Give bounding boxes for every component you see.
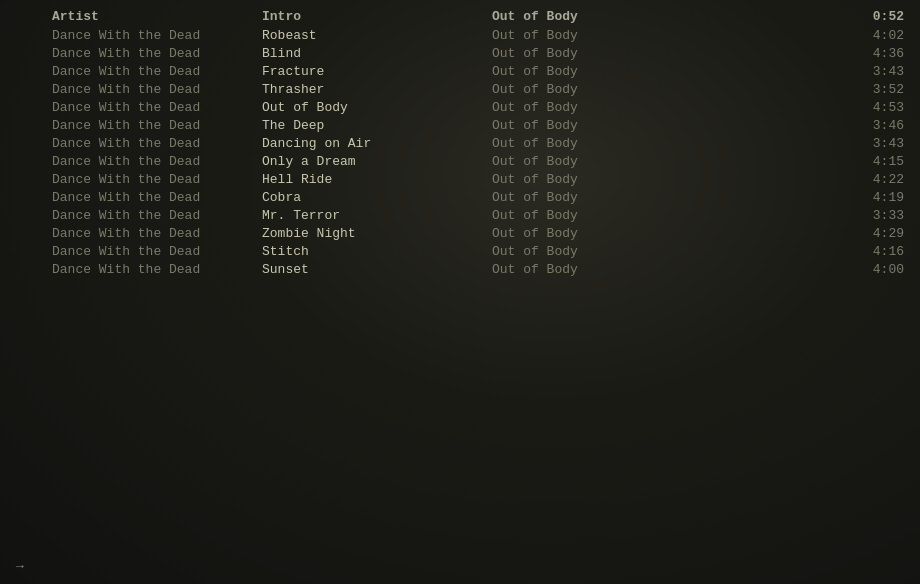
track-duration: 3:43 bbox=[844, 136, 904, 151]
track-list: Artist Intro Out of Body 0:52 Dance With… bbox=[0, 0, 920, 278]
track-title: Zombie Night bbox=[262, 226, 492, 241]
track-artist: Dance With the Dead bbox=[52, 172, 262, 187]
track-artist: Dance With the Dead bbox=[52, 64, 262, 79]
table-row[interactable]: Dance With the DeadOnly a DreamOut of Bo… bbox=[0, 152, 920, 170]
track-duration: 3:33 bbox=[844, 208, 904, 223]
track-duration: 4:15 bbox=[844, 154, 904, 169]
track-artist: Dance With the Dead bbox=[52, 244, 262, 259]
table-row[interactable]: Dance With the DeadFractureOut of Body3:… bbox=[0, 62, 920, 80]
table-row[interactable]: Dance With the DeadStitchOut of Body4:16 bbox=[0, 242, 920, 260]
track-title: Cobra bbox=[262, 190, 492, 205]
track-album: Out of Body bbox=[492, 208, 844, 223]
track-artist: Dance With the Dead bbox=[52, 28, 262, 43]
track-artist: Dance With the Dead bbox=[52, 118, 262, 133]
track-album: Out of Body bbox=[492, 46, 844, 61]
table-row[interactable]: Dance With the DeadMr. TerrorOut of Body… bbox=[0, 206, 920, 224]
track-album: Out of Body bbox=[492, 118, 844, 133]
header-artist: Artist bbox=[52, 9, 262, 24]
table-row[interactable]: Dance With the DeadOut of BodyOut of Bod… bbox=[0, 98, 920, 116]
track-artist: Dance With the Dead bbox=[52, 262, 262, 277]
table-row[interactable]: Dance With the DeadThrasherOut of Body3:… bbox=[0, 80, 920, 98]
track-album: Out of Body bbox=[492, 190, 844, 205]
track-duration: 4:29 bbox=[844, 226, 904, 241]
track-duration: 4:19 bbox=[844, 190, 904, 205]
track-duration: 4:36 bbox=[844, 46, 904, 61]
track-duration: 3:43 bbox=[844, 64, 904, 79]
track-artist: Dance With the Dead bbox=[52, 46, 262, 61]
header-album: Out of Body bbox=[492, 9, 844, 24]
track-artist: Dance With the Dead bbox=[52, 226, 262, 241]
track-album: Out of Body bbox=[492, 244, 844, 259]
track-title: Hell Ride bbox=[262, 172, 492, 187]
track-album: Out of Body bbox=[492, 28, 844, 43]
arrow-indicator: → bbox=[16, 559, 24, 574]
track-album: Out of Body bbox=[492, 154, 844, 169]
track-album: Out of Body bbox=[492, 82, 844, 97]
table-row[interactable]: Dance With the DeadRobeastOut of Body4:0… bbox=[0, 26, 920, 44]
track-artist: Dance With the Dead bbox=[52, 100, 262, 115]
table-row[interactable]: Dance With the DeadThe DeepOut of Body3:… bbox=[0, 116, 920, 134]
track-artist: Dance With the Dead bbox=[52, 154, 262, 169]
track-album: Out of Body bbox=[492, 262, 844, 277]
track-artist: Dance With the Dead bbox=[52, 208, 262, 223]
table-row[interactable]: Dance With the DeadHell RideOut of Body4… bbox=[0, 170, 920, 188]
track-album: Out of Body bbox=[492, 172, 844, 187]
track-title: Stitch bbox=[262, 244, 492, 259]
track-title: Mr. Terror bbox=[262, 208, 492, 223]
track-album: Out of Body bbox=[492, 136, 844, 151]
track-duration: 4:00 bbox=[844, 262, 904, 277]
track-title: Thrasher bbox=[262, 82, 492, 97]
header-title: Intro bbox=[262, 9, 492, 24]
track-title: Blind bbox=[262, 46, 492, 61]
track-duration: 3:52 bbox=[844, 82, 904, 97]
track-title: Only a Dream bbox=[262, 154, 492, 169]
table-row[interactable]: Dance With the DeadZombie NightOut of Bo… bbox=[0, 224, 920, 242]
table-row[interactable]: Dance With the DeadSunsetOut of Body4:00 bbox=[0, 260, 920, 278]
track-duration: 4:22 bbox=[844, 172, 904, 187]
table-row[interactable]: Dance With the DeadBlindOut of Body4:36 bbox=[0, 44, 920, 62]
track-album: Out of Body bbox=[492, 226, 844, 241]
track-title: The Deep bbox=[262, 118, 492, 133]
track-artist: Dance With the Dead bbox=[52, 136, 262, 151]
track-duration: 4:53 bbox=[844, 100, 904, 115]
table-row[interactable]: Dance With the DeadCobraOut of Body4:19 bbox=[0, 188, 920, 206]
track-title: Fracture bbox=[262, 64, 492, 79]
track-album: Out of Body bbox=[492, 64, 844, 79]
track-title: Robeast bbox=[262, 28, 492, 43]
track-title: Out of Body bbox=[262, 100, 492, 115]
track-title: Dancing on Air bbox=[262, 136, 492, 151]
header-duration: 0:52 bbox=[844, 9, 904, 24]
track-duration: 4:16 bbox=[844, 244, 904, 259]
table-row[interactable]: Dance With the DeadDancing on AirOut of … bbox=[0, 134, 920, 152]
track-duration: 3:46 bbox=[844, 118, 904, 133]
track-album: Out of Body bbox=[492, 100, 844, 115]
track-artist: Dance With the Dead bbox=[52, 190, 262, 205]
track-list-header: Artist Intro Out of Body 0:52 bbox=[0, 8, 920, 26]
track-duration: 4:02 bbox=[844, 28, 904, 43]
track-title: Sunset bbox=[262, 262, 492, 277]
track-artist: Dance With the Dead bbox=[52, 82, 262, 97]
